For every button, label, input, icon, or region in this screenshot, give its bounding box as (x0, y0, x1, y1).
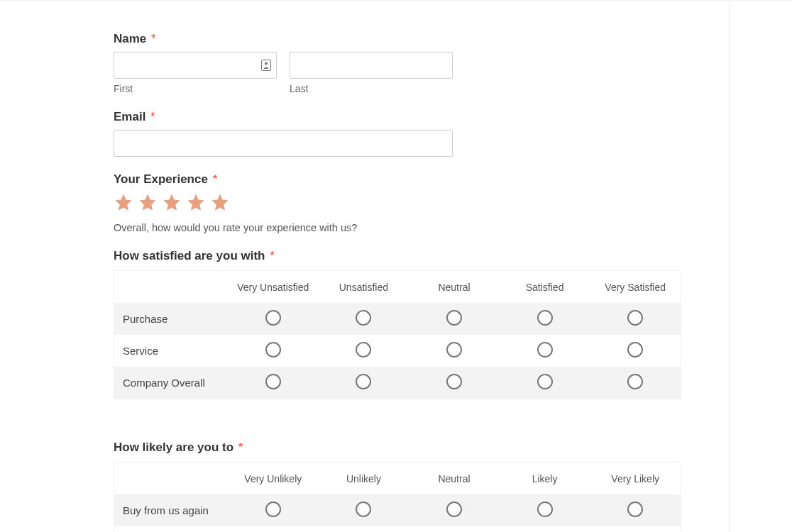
likert-col-header: Neutral (409, 275, 500, 300)
likert-row-recommend: Recommend our product to others (114, 526, 681, 532)
radio-service-neutral[interactable] (446, 342, 462, 358)
experience-field: Your Experience * Overall, how would you… (114, 172, 729, 233)
satisfaction-likert: Very Unsatisfied Unsatisfied Neutral Sat… (114, 270, 681, 399)
likert-row-label: Service (114, 337, 228, 365)
radio-purchase-very-unsatisfied[interactable] (265, 310, 281, 326)
likert-row-label: Recommend our product to others (114, 526, 228, 532)
radio-buy-likely[interactable] (537, 501, 553, 517)
radio-purchase-unsatisfied[interactable] (356, 310, 371, 326)
required-mark: * (270, 249, 275, 262)
star-rating (114, 192, 729, 212)
first-name-input[interactable] (114, 52, 277, 79)
likelihood-label-text: How likely are you to (114, 440, 233, 454)
satisfaction-field: How satisfied are you with * Very Unsati… (114, 249, 729, 399)
star-4[interactable] (186, 192, 206, 212)
experience-label: Your Experience * (114, 172, 729, 187)
likert-row-label: Company Overall (114, 369, 228, 397)
last-name-input[interactable] (290, 52, 453, 79)
radio-service-unsatisfied[interactable] (356, 342, 371, 358)
likert-row-company-overall: Company Overall (114, 367, 681, 399)
radio-company-satisfied[interactable] (537, 374, 553, 389)
radio-buy-unlikely[interactable] (356, 501, 371, 517)
radio-purchase-satisfied[interactable] (537, 310, 553, 326)
likert-row-label: Purchase (114, 305, 228, 333)
likert-col-header: Very Unsatisfied (228, 275, 319, 300)
likert-col-header: Neutral (409, 466, 500, 492)
radio-purchase-neutral[interactable] (446, 310, 462, 326)
star-1[interactable] (114, 192, 133, 212)
likert-col-header: Very Unlikely (228, 466, 319, 492)
likelihood-label: How likely are you to * (114, 440, 729, 455)
likert-header-row: Very Unlikely Unlikely Neutral Likely Ve… (114, 462, 681, 494)
experience-label-text: Your Experience (114, 172, 208, 186)
required-mark: * (151, 32, 156, 45)
likert-row-service: Service (114, 335, 681, 367)
radio-service-very-satisfied[interactable] (627, 342, 643, 358)
likert-col-header: Unsatisfied (319, 275, 409, 300)
likert-col-header: Likely (500, 466, 590, 492)
likelihood-field: How likely are you to * Very Unlikely Un… (114, 440, 729, 532)
likert-col-header: Unlikely (319, 466, 409, 492)
name-field: Name * First Last (114, 32, 729, 94)
first-name-sublabel: First (114, 83, 277, 94)
radio-buy-very-unlikely[interactable] (265, 501, 281, 517)
likert-row-label: Buy from us again (114, 497, 228, 525)
likert-col-header: Very Satisfied (590, 275, 681, 300)
likert-col-header: Satisfied (500, 275, 590, 300)
star-3[interactable] (162, 192, 182, 212)
email-label: Email * (114, 110, 729, 124)
radio-company-very-satisfied[interactable] (627, 374, 643, 389)
star-5[interactable] (210, 192, 230, 212)
radio-company-very-unsatisfied[interactable] (265, 374, 281, 389)
last-name-sublabel: Last (290, 83, 453, 94)
name-label: Name * (114, 32, 729, 46)
radio-service-very-unsatisfied[interactable] (265, 342, 281, 358)
email-label-text: Email (114, 110, 145, 123)
likert-row-purchase: Purchase (114, 303, 681, 335)
radio-company-neutral[interactable] (446, 374, 462, 389)
name-label-text: Name (114, 32, 146, 45)
email-input[interactable] (114, 130, 453, 157)
radio-service-satisfied[interactable] (537, 342, 553, 358)
likert-header-row: Very Unsatisfied Unsatisfied Neutral Sat… (114, 271, 681, 303)
required-mark: * (150, 110, 155, 123)
likert-col-header: Very Likely (590, 466, 681, 492)
satisfaction-label-text: How satisfied are you with (114, 249, 265, 262)
required-mark: * (238, 440, 243, 454)
satisfaction-label: How satisfied are you with * (114, 249, 729, 263)
likelihood-likert: Very Unlikely Unlikely Neutral Likely Ve… (114, 462, 681, 532)
radio-purchase-very-satisfied[interactable] (627, 310, 643, 326)
likert-row-buy-again: Buy from us again (114, 494, 681, 526)
radio-company-unsatisfied[interactable] (356, 374, 371, 389)
email-field: Email * (114, 110, 729, 157)
experience-description: Overall, how would you rate your experie… (114, 222, 729, 233)
radio-buy-very-likely[interactable] (627, 501, 643, 517)
radio-buy-neutral[interactable] (446, 501, 462, 517)
star-2[interactable] (138, 192, 158, 212)
required-mark: * (213, 172, 218, 186)
form-container: Name * First Last (6, 1, 730, 532)
